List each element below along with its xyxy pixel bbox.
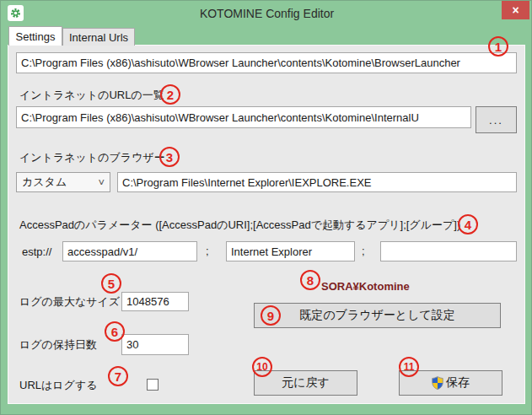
- semicolon-separator: ;: [206, 245, 209, 257]
- annotation-circle-3: 3: [159, 147, 180, 167]
- browser-mode-combobox[interactable]: カスタム ˅: [16, 172, 110, 192]
- annotation-circle-1: 1: [488, 36, 508, 57]
- log-retention-days-field[interactable]: 30: [121, 334, 189, 355]
- config-editor-window: KOTOMINE Config Editor × Settings Intern…: [0, 0, 532, 415]
- accesspad-params-label: AccessPadのパラメーター ([AccessPadのURI];[Acces…: [19, 218, 460, 233]
- annotation-circle-11: 11: [399, 357, 419, 377]
- annotation-circle-2: 2: [160, 84, 180, 105]
- set-default-browser-button[interactable]: 既定のブラウザーとして設定: [254, 303, 501, 328]
- chevron-down-icon: ˅: [98, 176, 105, 189]
- close-button[interactable]: ×: [502, 1, 529, 19]
- intranet-browser-label: イントラネットのブラウザー: [19, 150, 165, 165]
- semicolon-separator: ;: [362, 245, 365, 257]
- annotation-circle-6: 6: [105, 321, 125, 342]
- tab-internal-urls[interactable]: Internal Urls: [62, 28, 135, 46]
- close-icon: ×: [512, 3, 519, 17]
- accesspad-group-field[interactable]: [380, 241, 517, 261]
- url-logging-label: URLはログする: [19, 378, 98, 393]
- save-button-label: 保存: [446, 375, 470, 391]
- tab-settings[interactable]: Settings: [8, 26, 62, 46]
- browse-button[interactable]: ...: [476, 106, 517, 133]
- log-max-size-label: ログの最大なサイズ: [19, 294, 120, 310]
- annotation-circle-7: 7: [108, 366, 128, 386]
- title-bar: KOTOMINE Config Editor ×: [1, 1, 532, 26]
- machine-name-label: SORA¥Kotomine: [321, 280, 410, 293]
- uac-shield-icon: [432, 376, 443, 390]
- annotation-circle-4: 4: [458, 214, 478, 234]
- log-max-size-field[interactable]: 1048576: [121, 292, 189, 311]
- launcher-path-field[interactable]: C:\Program Files (x86)\ashisuto\WBrowser…: [16, 52, 517, 73]
- browser-mode-value: カスタム: [22, 175, 67, 190]
- annotation-circle-9: 9: [261, 305, 281, 326]
- intranet-urls-path-field[interactable]: C:\Program Files (x86)\ashisuto\WBrowser…: [16, 106, 471, 128]
- annotation-circle-8: 8: [300, 270, 320, 290]
- annotation-circle-5: 5: [101, 273, 121, 294]
- window-title: KOTOMINE Config Editor: [1, 7, 532, 20]
- intranet-urls-label: イントラネットのURLの一覧: [19, 88, 164, 103]
- annotation-circle-10: 10: [252, 357, 272, 377]
- browser-path-field[interactable]: C:\Program Files\Internet Explorer\IEXPL…: [117, 172, 517, 192]
- estp-prefix-label: estp://: [22, 245, 51, 258]
- accesspad-app-field[interactable]: Internet Explorer: [226, 241, 355, 261]
- log-retention-days-label: ログの保持日数: [19, 337, 97, 353]
- url-logging-checkbox[interactable]: [147, 379, 159, 391]
- accesspad-uri-field[interactable]: accesspad/v1/: [62, 241, 197, 261]
